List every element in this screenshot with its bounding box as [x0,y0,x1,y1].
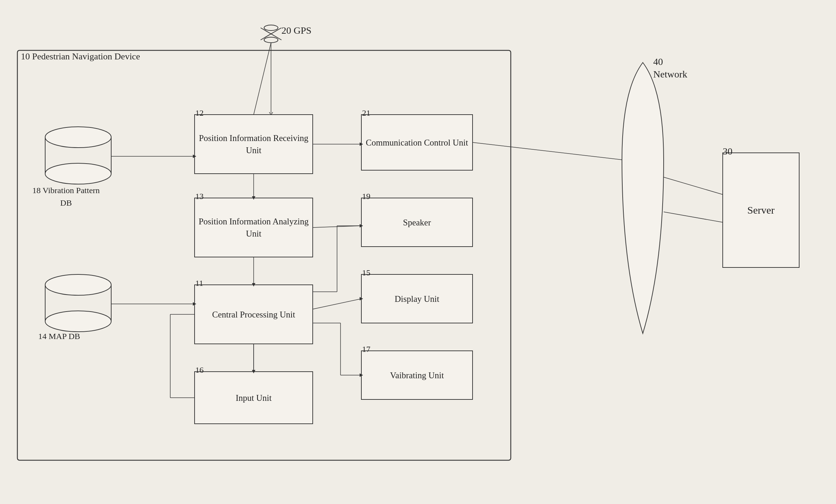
display-unit-label: Display Unit [365,278,469,320]
gps-label: 20 GPS [281,25,311,36]
unit-number-11: 11 [195,279,203,288]
svg-line-26 [254,43,271,115]
unit-number-21: 21 [362,108,370,118]
central-processing-label: Central Processing Unit [198,288,309,340]
svg-marker-42 [360,373,363,377]
speaker-label: Speaker [365,201,469,243]
svg-line-1 [261,28,281,40]
server-number: 30 [723,146,732,157]
vibrating-unit-label: Vaibrating Unit [365,354,469,396]
unit-number-19: 19 [362,192,370,201]
svg-point-24 [45,311,111,332]
svg-marker-28 [252,196,255,200]
position-analyzing-label: Position Information Analyzing Unit [198,201,309,254]
map-db-label: 14 MAP DB [38,332,80,341]
svg-marker-30 [252,283,255,287]
communication-control-label: Communication Control Unit [365,118,469,167]
svg-line-48 [473,142,622,160]
svg-marker-34 [360,142,363,146]
diagram-area: 10 Pedestrian Navigation Device 20 GPS 1… [10,21,823,493]
vibration-pattern-db-label: 18 Vibration Pattern DB [31,184,101,209]
svg-marker-32 [252,370,255,373]
server-label: Server [726,156,796,264]
svg-line-37 [313,299,361,309]
svg-line-8 [271,112,273,115]
svg-line-7 [269,112,271,115]
svg-line-49 [664,177,723,195]
unit-number-15: 15 [362,268,370,278]
svg-marker-47 [193,302,196,306]
svg-line-50 [664,212,723,222]
svg-marker-36 [360,224,363,228]
position-receiving-label: Position Information Receiving Unit [198,118,309,170]
svg-point-3 [264,25,278,31]
svg-marker-38 [360,297,363,300]
svg-line-2 [261,28,281,40]
unit-number-12: 12 [195,108,204,118]
network-label: 40 Network [653,56,687,81]
unit-number-13: 13 [195,192,204,201]
svg-marker-45 [193,155,196,158]
svg-point-20 [45,163,111,184]
svg-line-35 [313,226,361,228]
input-unit-label: Input Unit [198,375,309,420]
device-label: 10 Pedestrian Navigation Device [21,51,140,62]
svg-point-21 [45,274,111,295]
svg-point-17 [45,127,111,148]
unit-number-16: 16 [195,365,204,375]
unit-number-17: 17 [362,345,370,354]
svg-point-4 [264,37,278,43]
connector-lines [10,21,823,493]
